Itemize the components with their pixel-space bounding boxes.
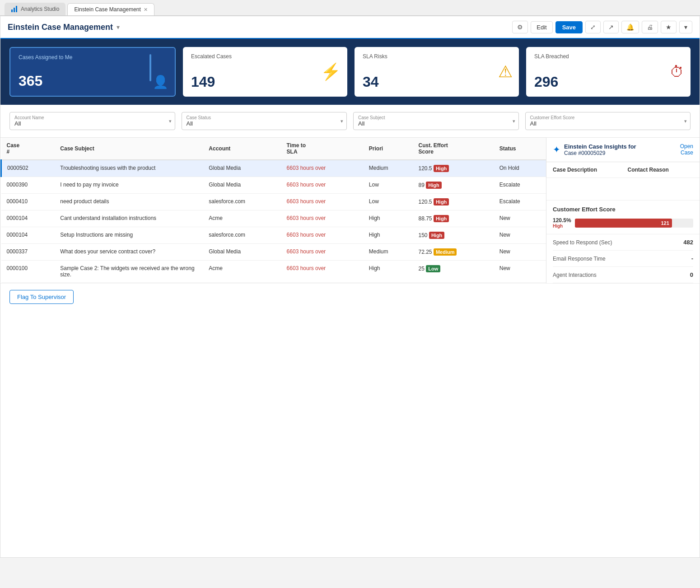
cell-cust-effort: 72.25 Medium — [413, 244, 494, 261]
cell-priority: Medium — [364, 160, 413, 177]
star-button[interactable]: ★ — [661, 21, 677, 33]
cell-cust-effort: 25 Low — [413, 261, 494, 283]
cell-status: Escalate — [494, 194, 546, 210]
cell-cust-effort: 120.5 High — [413, 194, 494, 210]
cell-account: Global Media — [203, 160, 281, 177]
cell-priority: Low — [364, 194, 413, 210]
cell-account: salesforce.com — [203, 227, 281, 244]
ces-bar-value: 121 — [661, 220, 669, 226]
svg-rect-0 — [11, 9, 13, 12]
flag-supervisor-button[interactable]: Flag To Supervisor — [9, 290, 74, 304]
kpi-bar-indicator — [149, 54, 151, 81]
cell-status: New — [494, 261, 546, 283]
cell-time-sla: 6603 hours over — [281, 244, 364, 261]
chevron-down-icon-2: ▾ — [341, 118, 343, 124]
kpi-card-escalated[interactable]: Escalated Cases 149 ⚡ — [183, 47, 347, 97]
toolbar-buttons: ⚙ Edit Save ⤢ ↗ 🔔 🖨 ★ ▾ — [512, 21, 692, 33]
cell-cust-effort: 89 High — [413, 177, 494, 194]
metrics-section: Speed to Respond (Sec) 482 Email Respons… — [546, 234, 700, 283]
metric-value-3: 0 — [690, 271, 693, 278]
cell-cust-effort: 150 High — [413, 227, 494, 244]
einstein-icon: ✦ — [553, 144, 560, 155]
filter-label-subject: Case Subject — [358, 115, 506, 120]
chevron-down-icon-4: ▾ — [684, 118, 687, 124]
save-button[interactable]: Save — [555, 21, 583, 33]
cell-case-num: 0000100 — [1, 261, 55, 283]
filter-account-name[interactable]: Account Name All ▾ — [9, 112, 175, 130]
clock-alert-icon: ⏱ — [670, 64, 684, 80]
filter-bar: Account Name All ▾ Case Status All ▾ Cas… — [0, 105, 700, 138]
case-link[interactable]: Case — [680, 149, 693, 156]
table-header-row: Case# Case Subject Account Time toSLA Pr… — [1, 138, 546, 160]
cell-time-sla: 6603 hours over — [281, 194, 364, 210]
table-row[interactable]: 0000100 Sample Case 2: The widgets we re… — [1, 261, 546, 283]
table-row[interactable]: 0000104 Setup Instructions are missing s… — [1, 227, 546, 244]
einstein-tab-label: Einstein Case Management — [74, 6, 140, 13]
metric-label-2: Email Response Time — [553, 256, 606, 262]
col-account: Account — [203, 138, 281, 160]
cell-time-sla: 6603 hours over — [281, 261, 364, 283]
ces-high-label: High — [553, 224, 571, 229]
filter-value-ces: All — [530, 120, 678, 127]
fullscreen-button[interactable]: ⤢ — [585, 21, 601, 33]
flag-section: Flag To Supervisor — [0, 283, 700, 310]
insights-header: ✦ Einstein Case Insights for Case #00005… — [546, 138, 700, 162]
cell-time-sla: 6603 hours over — [281, 177, 364, 194]
cell-time-sla: 6603 hours over — [281, 210, 364, 227]
filter-customer-effort[interactable]: Customer Effort Score All ▾ — [525, 112, 691, 130]
cell-account: Global Media — [203, 177, 281, 194]
cell-subject: What does your service contract cover? — [55, 244, 203, 261]
sub-header-case-desc: Case Description — [553, 167, 619, 173]
table-row[interactable]: 0000390 I need to pay my invoice Global … — [1, 177, 546, 194]
metric-row-1: Speed to Respond (Sec) 482 — [553, 234, 693, 251]
filter-label-status: Case Status — [187, 115, 334, 120]
app-shell: Einstein Case Management ▾ ⚙ Edit Save ⤢… — [0, 16, 700, 558]
cell-time-sla: 6603 hours over — [281, 160, 364, 177]
app-title: Einstein Case Management — [8, 23, 113, 32]
bell-button[interactable]: 🔔 — [621, 21, 639, 33]
filter-case-subject[interactable]: Case Subject All ▾ — [353, 112, 519, 130]
kpi-card-assigned[interactable]: Cases Assigned to Me 365 👤 — [9, 47, 176, 97]
kpi-label-assigned: Cases Assigned to Me — [19, 54, 167, 61]
einstein-tab[interactable]: Einstein Case Management ✕ — [67, 3, 154, 15]
cell-priority: Low — [364, 177, 413, 194]
kpi-card-sla-breached[interactable]: SLA Breached 296 ⏱ — [526, 47, 691, 97]
user-icon: 👤 — [153, 75, 168, 89]
close-icon[interactable]: ✕ — [144, 7, 148, 13]
main-content: Case# Case Subject Account Time toSLA Pr… — [0, 138, 700, 283]
open-link[interactable]: Open — [680, 143, 693, 149]
filter-value-account: All — [14, 120, 162, 127]
more-button[interactable]: ▾ — [679, 21, 692, 33]
cell-case-num: 0000410 — [1, 194, 55, 210]
insights-blank-area — [546, 178, 700, 201]
table-row[interactable]: 0000502 Troubleshooting issues with the … — [1, 160, 546, 177]
table-row[interactable]: 0000337 What does your service contract … — [1, 244, 546, 261]
kpi-value-escalated: 149 — [191, 74, 339, 90]
sub-header-contact-reason: Contact Reason — [628, 167, 694, 173]
settings-button[interactable]: ⚙ — [512, 21, 528, 33]
col-time-sla: Time toSLA — [281, 138, 364, 160]
cell-status: New — [494, 227, 546, 244]
analytics-logo-icon — [11, 5, 18, 13]
cell-time-sla: 6603 hours over — [281, 227, 364, 244]
filter-label-account: Account Name — [14, 115, 162, 120]
lightning-icon: ⚡ — [321, 62, 341, 81]
analytics-tab[interactable]: Analytics Studio — [5, 3, 65, 15]
filter-case-status[interactable]: Case Status All ▾ — [182, 112, 347, 130]
metric-label-3: Agent Interactions — [553, 272, 597, 278]
cell-subject: need product details — [55, 194, 203, 210]
cell-status: New — [494, 244, 546, 261]
ces-pct-value: 120.5% — [553, 217, 571, 224]
kpi-card-sla-risks[interactable]: SLA Risks 34 ⚠ — [355, 47, 519, 97]
print-button[interactable]: 🖨 — [642, 21, 658, 33]
dropdown-arrow-icon[interactable]: ▾ — [117, 23, 120, 31]
col-case-num: Case# — [1, 138, 55, 160]
cell-account: Acme — [203, 261, 281, 283]
cell-subject: Cant understand installation instruction… — [55, 210, 203, 227]
table-row[interactable]: 0000410 need product details salesforce.… — [1, 194, 546, 210]
edit-button[interactable]: Edit — [531, 21, 552, 33]
share-button[interactable]: ↗ — [603, 21, 619, 33]
table-row[interactable]: 0000104 Cant understand installation ins… — [1, 210, 546, 227]
metric-label-1: Speed to Respond (Sec) — [553, 239, 612, 246]
kpi-label-escalated: Escalated Cases — [191, 53, 339, 60]
